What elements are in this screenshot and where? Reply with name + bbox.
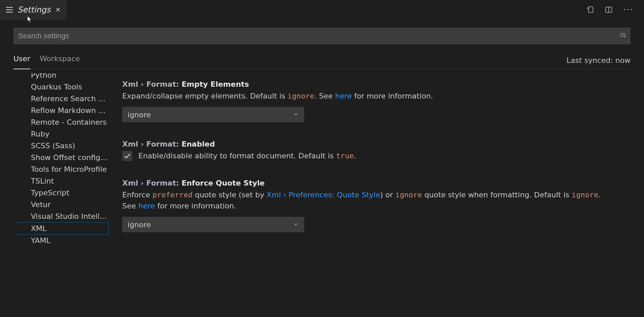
tree-item[interactable]: YAML — [13, 235, 109, 246]
setting-title: Xml › Format: Enforce Quote Style — [122, 179, 610, 187]
setting-enabled: Xml › Format: Enabled Enable/disable abi… — [122, 140, 610, 161]
scope-tab-workspace[interactable]: Workspace — [40, 54, 80, 66]
chevron-down-icon — [293, 221, 299, 229]
doc-link[interactable]: here — [138, 202, 155, 210]
sync-status: Last synced: now — [566, 56, 631, 65]
tree-item[interactable]: Python — [13, 73, 109, 81]
open-settings-json-icon[interactable] — [586, 6, 594, 14]
setting-enforce-quote: Xml › Format: Enforce Quote Style Enforc… — [122, 179, 610, 232]
settings-tree: PythonQuarkus ToolsReference Search View… — [13, 73, 109, 262]
setting-description: Expand/collapse empty elements. Default … — [122, 90, 610, 102]
more-actions-icon[interactable]: ··· — [624, 5, 633, 14]
setting-description: Enforce preferred quote style (set by Xm… — [122, 189, 610, 211]
tab-actions: ··· — [586, 0, 644, 19]
chevron-down-icon — [293, 111, 299, 119]
select-enforce-quote[interactable]: ignore — [122, 217, 304, 232]
tree-item[interactable]: Quarkus Tools — [13, 81, 109, 93]
select-empty-elements[interactable]: ignore — [122, 107, 304, 122]
setting-title: Xml › Format: Enabled — [122, 140, 610, 148]
search-settings[interactable] — [13, 28, 631, 44]
tab-title: Settings — [17, 5, 50, 14]
split-editor-icon[interactable] — [605, 6, 613, 14]
setting-empty-elements: Xml › Format: Empty Elements Expand/coll… — [122, 80, 610, 122]
settings-list: Xml › Format: Empty Elements Expand/coll… — [109, 73, 631, 262]
setting-title: Xml › Format: Empty Elements — [122, 80, 610, 88]
setting-description: Enable/disable ability to format documen… — [138, 150, 356, 161]
doc-link[interactable]: here — [335, 92, 352, 100]
tree-item[interactable]: XML — [13, 222, 109, 235]
tree-item[interactable]: SCSS (Sass) — [13, 140, 109, 152]
clear-filter-icon[interactable] — [619, 32, 627, 40]
tree-item[interactable]: TypeScript — [13, 187, 109, 199]
tab-bar: Settings ✕ ··· — [0, 0, 644, 19]
tree-item[interactable]: Reference Search View — [13, 93, 109, 105]
tree-item[interactable]: Reflow Markdown Settings — [13, 105, 109, 116]
tree-item[interactable]: TSLint — [13, 175, 109, 187]
scope-row: User Workspace Last synced: now — [13, 54, 631, 69]
tree-item[interactable]: Vetur — [13, 199, 109, 210]
search-input[interactable] — [18, 32, 619, 40]
tree-item[interactable]: Show Offset configuration — [13, 152, 109, 163]
tree-item[interactable]: Ruby — [13, 128, 109, 140]
tree-item[interactable]: Visual Studio IntelliCode — [13, 210, 109, 222]
close-icon[interactable]: ✕ — [55, 6, 61, 14]
tree-item[interactable]: Tools for MicroProfile — [13, 163, 109, 175]
checkbox-enabled[interactable] — [122, 151, 132, 161]
tree-item[interactable]: Remote - Containers — [13, 116, 109, 128]
scope-tab-user[interactable]: User — [13, 54, 30, 66]
settings-icon — [6, 7, 13, 12]
pref-link[interactable]: Xml › Preferences: Quote Style — [267, 191, 380, 199]
tab-settings[interactable]: Settings ✕ — [0, 0, 67, 19]
